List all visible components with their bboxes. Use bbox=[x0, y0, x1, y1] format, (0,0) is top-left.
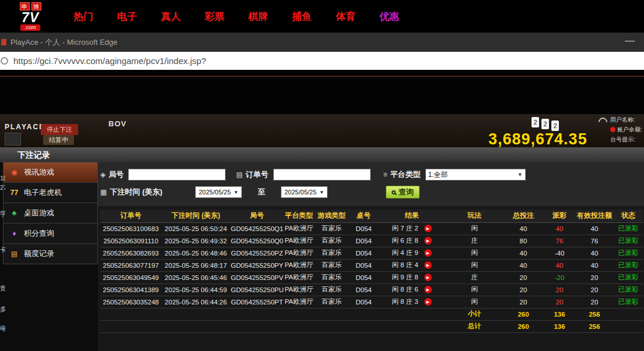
sidebar-item-label: 桌面游戏 bbox=[24, 208, 54, 218]
empty-cell bbox=[100, 320, 161, 332]
valid-bet-cell: 20 bbox=[576, 283, 613, 296]
date-to-select[interactable]: 2025/05/25 ▼ bbox=[281, 186, 328, 198]
edge-fragment: 电 bbox=[0, 324, 5, 333]
play-cell: 闲 bbox=[445, 283, 504, 296]
records-panel-title: 下注记录 bbox=[0, 147, 644, 162]
col-header-8: 总投注 bbox=[504, 210, 543, 222]
sidebar-item-1[interactable]: 77电子老虎机 bbox=[3, 182, 98, 203]
status-cell: 已派彩 bbox=[613, 283, 643, 296]
sidebar-item-2[interactable]: ♣桌面游戏 bbox=[3, 203, 98, 224]
platform-type-label: ≡ 平台类型 bbox=[383, 169, 421, 180]
replay-icon[interactable]: ▶ bbox=[424, 261, 432, 269]
col-header-11: 状态 bbox=[613, 210, 643, 222]
sidebar-item-0[interactable]: ◉视讯游戏 bbox=[3, 162, 98, 183]
result-text: 闲 8 庄 3 bbox=[392, 298, 418, 305]
result-cell: 闲 7 庄 2▶ bbox=[378, 222, 445, 235]
sidebar-item-label: 电子老虎机 bbox=[24, 187, 62, 198]
time-cell: 2025-05-25 06:48:46 bbox=[161, 247, 230, 259]
total-bet-cell: 40 bbox=[504, 259, 543, 271]
replay-icon[interactable]: ▶ bbox=[424, 274, 432, 281]
user-info: 用户名称:账户余额:台号提示: bbox=[610, 115, 644, 144]
result-cell: 闲 8 庄 4▶ bbox=[378, 259, 445, 271]
round-number-input[interactable] bbox=[128, 169, 226, 180]
play-cell: 庄 bbox=[445, 235, 504, 247]
subtotal-label: 小计 bbox=[445, 308, 504, 320]
user-info-line: 账户余额: bbox=[610, 125, 644, 134]
minimize-button[interactable]: — bbox=[625, 35, 635, 47]
nav-item-7[interactable]: 优惠 bbox=[379, 10, 399, 23]
order-cell: 250525063077197 bbox=[100, 259, 161, 271]
result-cell: 闲 8 庄 6▶ bbox=[378, 283, 445, 296]
empty-cell bbox=[230, 308, 284, 320]
table-row: 2505250631006832025-05-25 06:50:24GD0542… bbox=[100, 222, 643, 235]
site-logo[interactable]: 申 博 7V .com bbox=[12, 2, 49, 31]
game-type-cell: 百家乐 bbox=[314, 235, 349, 247]
payout-cell: 40 bbox=[543, 259, 576, 271]
nav-item-3[interactable]: 彩票 bbox=[205, 10, 224, 23]
search-button[interactable]: 查询 bbox=[386, 186, 420, 198]
status-cell: 已派彩 bbox=[613, 271, 643, 283]
status-cell: 已派彩 bbox=[613, 247, 643, 259]
total-bet-cell: 20 bbox=[504, 296, 543, 308]
table-no-cell: D054 bbox=[349, 259, 378, 271]
replay-icon[interactable]: ▶ bbox=[424, 298, 432, 306]
subtotal-valid-bet: 256 bbox=[576, 308, 613, 320]
game-type-cell: 百家乐 bbox=[314, 222, 349, 235]
result-text: 闲 8 庄 4 bbox=[392, 261, 418, 268]
result-text: 闲 6 庄 8 bbox=[392, 237, 418, 244]
replay-icon[interactable]: ▶ bbox=[424, 286, 432, 293]
payout-cell: -20 bbox=[543, 271, 576, 283]
platform-cell: PA欧洲厅 bbox=[284, 296, 314, 308]
url-text[interactable]: https://gci.7vvvvvv.com/agingame/pcv1/in… bbox=[13, 56, 206, 66]
nav-item-6[interactable]: 体育 bbox=[336, 10, 356, 23]
subtotal-total-bet: 260 bbox=[504, 308, 543, 320]
records-sidebar: ◉视讯游戏77电子老虎机♣桌面游戏♦积分查询▤额度记录 bbox=[3, 162, 98, 264]
date-from-select[interactable]: 2025/05/25 ▼ bbox=[195, 186, 242, 198]
empty-cell bbox=[378, 308, 445, 320]
dealt-cards: 222 bbox=[532, 117, 559, 131]
platform-cell: PA欧洲厅 bbox=[284, 271, 314, 283]
table-row: 2505250630771972025-05-25 06:48:17GD0542… bbox=[100, 259, 643, 271]
platform-cell: PA欧洲厅 bbox=[284, 283, 314, 296]
table-row: 2505250630413892025-05-25 06:44:59GD0542… bbox=[100, 283, 643, 296]
order-number-label: ▤ 订单号 bbox=[236, 169, 268, 180]
play-cell: 庄 bbox=[445, 271, 504, 283]
time-cell: 2025-05-25 06:45:46 bbox=[161, 271, 230, 283]
replay-icon[interactable]: ▶ bbox=[424, 249, 432, 257]
nav-item-4[interactable]: 棋牌 bbox=[248, 10, 268, 23]
sidebar-item-4[interactable]: ▤额度记录 bbox=[3, 243, 98, 264]
valid-bet-cell: 40 bbox=[576, 259, 613, 271]
logo-suffix: .com bbox=[20, 24, 40, 31]
empty-cell bbox=[349, 320, 378, 332]
grand-total-row: 总计260136256 bbox=[100, 320, 643, 332]
empty-cell bbox=[230, 320, 284, 332]
table-no-cell: D054 bbox=[349, 296, 378, 308]
total-bet-cell: 20 bbox=[504, 271, 543, 283]
empty-cell bbox=[284, 308, 314, 320]
nav-item-2[interactable]: 真人 bbox=[161, 10, 181, 23]
nav-item-0[interactable]: 热门 bbox=[73, 10, 93, 23]
table-no-cell: D054 bbox=[349, 222, 378, 235]
total-bet-cell: 80 bbox=[504, 235, 543, 247]
sidebar-item-label: 额度记录 bbox=[24, 249, 54, 259]
order-number-input[interactable] bbox=[273, 169, 371, 180]
round-cell: GD054255250PV bbox=[230, 271, 284, 283]
result-text: 闲 9 庄 8 bbox=[392, 274, 418, 281]
date-from-value: 2025/05/25 bbox=[199, 189, 231, 196]
table-no-cell: D054 bbox=[349, 283, 378, 296]
replay-icon[interactable]: ▶ bbox=[424, 237, 432, 244]
url-bar[interactable]: https://gci.7vvvvvv.com/agingame/pcv1/in… bbox=[0, 52, 644, 70]
empty-cell bbox=[349, 308, 378, 320]
nav-item-5[interactable]: 捕鱼 bbox=[292, 10, 312, 23]
replay-icon[interactable]: ▶ bbox=[424, 225, 432, 232]
empty-cell bbox=[613, 308, 643, 320]
edge-fragment: 卡 bbox=[0, 246, 5, 254]
nav-item-1[interactable]: 电子 bbox=[117, 10, 137, 23]
round-cell: GD054255250PU bbox=[230, 283, 284, 296]
sidebar-item-3[interactable]: ♦积分查询 bbox=[3, 223, 98, 244]
round-cell: GD054255250PY bbox=[230, 259, 284, 271]
top-nav: 申 博 7V .com 热门电子真人彩票棋牌捕鱼体育优惠 bbox=[0, 0, 644, 33]
grand-total-valid-bet: 256 bbox=[576, 320, 613, 332]
platform-type-select[interactable]: 1.全部 ▼ bbox=[425, 169, 526, 180]
time-cell: 2025-05-25 06:44:59 bbox=[161, 283, 230, 296]
